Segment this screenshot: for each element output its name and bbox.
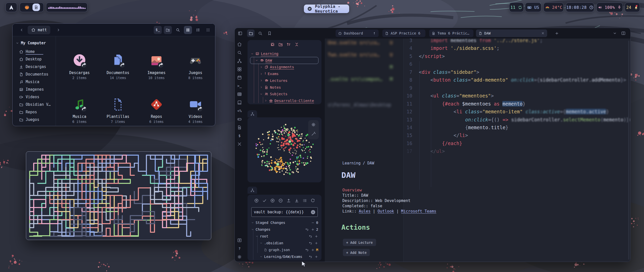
ribbon-search-button[interactable] <box>236 50 243 56</box>
sidebar-item-repos[interactable]: Repos <box>13 108 56 116</box>
tree-item-exams[interactable]: !Exams <box>260 71 279 77</box>
ribbon-fork-button[interactable] <box>236 58 243 64</box>
sort-button[interactable] <box>286 42 291 47</box>
git-row-staged-changes[interactable]: Staged Changes0 <box>248 219 321 226</box>
ribbon-help-button[interactable]: ? <box>236 246 243 252</box>
media-player-widget[interactable]: Polyphia - Neurotica <box>304 5 349 13</box>
tree-item-lectures[interactable]: Lectures <box>260 78 288 84</box>
sidebar-item-musica[interactable]: Musica <box>13 78 56 86</box>
search-button[interactable] <box>174 26 182 34</box>
graph-panel-tab[interactable] <box>248 110 257 117</box>
tree-item-notes[interactable]: Notes <box>260 84 281 90</box>
terminal-button[interactable]: $_ <box>154 26 162 34</box>
git-refresh2-button[interactable] <box>310 198 315 203</box>
sidebar-item-juegos[interactable]: Juegos <box>13 116 56 123</box>
file-item-repos[interactable]: Repos6 items <box>140 97 173 124</box>
tree-item-desarrollo-cliente[interactable]: Desarrollo-Cliente <box>264 98 314 104</box>
tab-dashboard[interactable]: Dashboard <box>336 29 379 37</box>
bookmark-button[interactable] <box>266 29 273 37</box>
git-row-graph-json[interactable]: graph.jsonM <box>248 247 321 253</box>
git-minus-circle-button[interactable] <box>278 198 283 203</box>
sidebar-item-documentos[interactable]: Documentos <box>13 71 56 78</box>
pencil-square-button[interactable] <box>270 42 275 47</box>
list-button[interactable] <box>194 26 202 34</box>
sidebar-header[interactable]: My Computer <box>13 39 56 47</box>
launcher-button[interactable] <box>6 3 17 12</box>
sidebar-item-desktop[interactable]: Desktop <box>13 55 56 63</box>
file-item-musica[interactable]: Musica6 items <box>63 97 96 124</box>
collapse-button[interactable] <box>294 42 299 47</box>
forward-button[interactable] <box>54 26 62 34</box>
git-row-actions[interactable] <box>305 228 315 231</box>
grid-button[interactable] <box>184 26 192 34</box>
sidebar-item-home[interactable]: Home <box>13 48 56 55</box>
git-row-actions[interactable] <box>305 248 315 252</box>
new-tab-button[interactable] <box>553 29 560 37</box>
ribbon-calendar-button[interactable] <box>236 75 243 81</box>
ribbon-home-button[interactable] <box>236 41 243 47</box>
git-row-root[interactable]: root <box>248 233 321 240</box>
ribbon-table-button[interactable] <box>236 91 243 97</box>
add-note-button[interactable]: + Add Note <box>343 249 370 256</box>
link-aules[interactable]: Aules <box>359 209 371 214</box>
git-row-changes[interactable]: Changes2 <box>248 226 321 233</box>
git-row-actions[interactable] <box>309 255 318 259</box>
file-item-descargas[interactable]: Descargas2 items <box>63 53 96 80</box>
search-button[interactable] <box>256 29 264 37</box>
file-item-videos[interactable]: Videos4 items <box>179 97 212 124</box>
commit-message-input[interactable]: vault backup: {{date}} ✕ <box>251 207 318 217</box>
ribbon-tools-button[interactable] <box>236 141 243 147</box>
note-breadcrumb[interactable]: Learning / DAW <box>342 161 374 165</box>
file-item-imagenes[interactable]: Imagenes10 items <box>140 53 173 80</box>
add-lecture-button[interactable]: + Add Lecture <box>343 239 376 246</box>
scrollbar[interactable] <box>628 41 629 260</box>
tray-updates[interactable]: 11 <box>509 3 524 12</box>
sidebar-item-descargas[interactable]: Descargas <box>13 63 56 71</box>
git-row-actions[interactable] <box>309 234 318 238</box>
layout-button[interactable] <box>236 29 244 37</box>
ribbon-vault-button[interactable] <box>236 237 243 243</box>
git-panel-tab[interactable] <box>248 187 257 194</box>
ribbon-dollar-button[interactable]: $ <box>236 133 243 139</box>
active-workspace-document[interactable] <box>32 4 40 11</box>
tree-item-subjects[interactable]: Subjects <box>260 91 288 97</box>
editor-pane[interactable]: One.svelte src\co…UTwo.svelte src\co…UM.… <box>325 39 630 262</box>
git-row-learning-daw-exams[interactable]: Learning/DAW/Exams <box>248 253 321 260</box>
file-item-plantillas[interactable]: Plantillas7 items <box>102 97 134 124</box>
tray-clock[interactable]: 18:08:28 <box>566 3 594 12</box>
file-item-juegos[interactable]: Juegos8 items <box>179 53 212 80</box>
ribbon-terminal2-button[interactable]: >_ <box>236 83 243 89</box>
split-button[interactable] <box>620 29 627 37</box>
chev-d-button[interactable] <box>611 29 619 37</box>
tab-tema-6-pr-cticas-[interactable]: Tema 6 Prácticas -… <box>429 29 473 37</box>
dots-button[interactable] <box>204 26 212 34</box>
tree-item-daw[interactable]: DAW <box>255 57 272 63</box>
sidebar-item-imagenes[interactable]: Imagenes <box>13 86 56 93</box>
ribbon-book-button[interactable] <box>236 99 243 106</box>
git-check-button[interactable] <box>262 198 267 203</box>
back-button[interactable] <box>18 26 26 34</box>
tree-item-assignments[interactable]: Assignments <box>260 64 294 70</box>
git-plus-circle-button[interactable] <box>270 198 275 203</box>
folder-plus-button[interactable] <box>278 42 283 47</box>
git-list3-button[interactable] <box>302 198 307 203</box>
git-row-actions[interactable] <box>309 241 318 245</box>
tree-item-learning[interactable]: Learning <box>251 51 278 57</box>
git-row--obsidian[interactable]: .obsidian <box>248 240 321 246</box>
folder-button[interactable] <box>247 29 255 37</box>
ribbon-blocks-button[interactable] <box>236 66 243 72</box>
tray-weather[interactable]: 24°C <box>543 3 564 12</box>
wand-button[interactable] <box>311 131 316 136</box>
tray-notifications[interactable]: 24 <box>625 3 640 12</box>
sidebar-item-obsidian-v-[interactable]: Obsidian V… <box>13 101 56 108</box>
sidebar-item-videos[interactable]: Videos <box>13 93 56 101</box>
clear-icon[interactable]: ✕ <box>311 210 315 214</box>
gear-button[interactable] <box>311 122 316 127</box>
tray-keyboard-layout[interactable]: US <box>525 3 541 12</box>
ribbon-file-search-button[interactable] <box>236 124 243 130</box>
ribbon-gamepad-sm-button[interactable] <box>236 116 243 122</box>
file-item-documentos[interactable]: Documentos14 items <box>102 53 134 80</box>
tab-asp-practice-6[interactable]: ASP Practice 6 <box>382 29 425 37</box>
git-row-actions[interactable] <box>311 221 315 225</box>
link-outlook[interactable]: Outlook <box>378 209 394 214</box>
